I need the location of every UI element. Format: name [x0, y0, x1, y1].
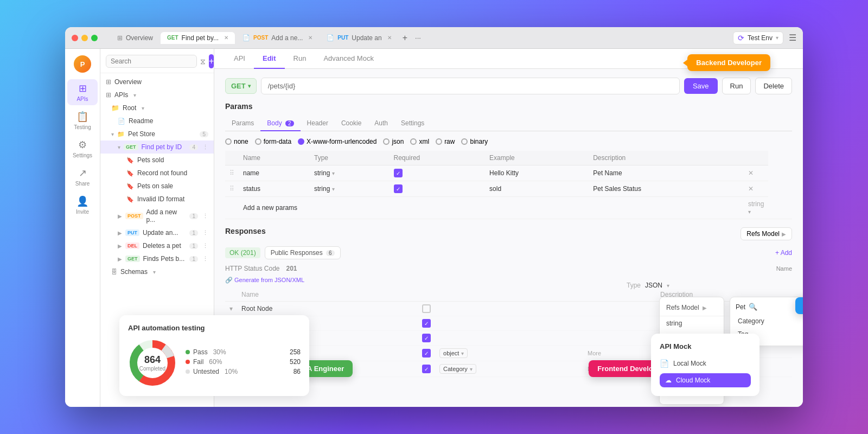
- body-tab-header[interactable]: Header: [301, 116, 335, 131]
- generate-json-link[interactable]: 🔗 Generate from JSON/XML: [225, 277, 792, 284]
- filter-button[interactable]: ⧖: [200, 54, 206, 68]
- nav-readme[interactable]: 📄 Readme: [100, 114, 214, 127]
- body-tab-settings[interactable]: Settings: [394, 116, 431, 131]
- delete-param-status-icon[interactable]: ✕: [748, 185, 754, 193]
- refs-item-string[interactable]: string: [660, 316, 724, 330]
- search-input[interactable]: [106, 55, 197, 68]
- tab-close-icon[interactable]: ✕: [224, 35, 228, 41]
- delete-param-name-icon[interactable]: ✕: [748, 169, 754, 177]
- tab-post-add[interactable]: 📄 POST Add a ne... ✕: [236, 32, 319, 44]
- resp-id-checkbox[interactable]: ✓: [422, 349, 431, 358]
- radio-binary[interactable]: binary: [461, 138, 488, 145]
- resp-category-checkbox[interactable]: ✓: [422, 365, 431, 373]
- nav-invalid-id[interactable]: 🔖 Invalid ID format: [100, 193, 214, 206]
- automation-body: 864 Completed Pass 30% 258 Fail 60% 520: [128, 339, 301, 387]
- minimize-button[interactable]: [81, 35, 88, 41]
- body-tab-cookie[interactable]: Cookie: [335, 116, 368, 131]
- resp-checkbox[interactable]: [422, 304, 431, 313]
- nav-pets-on-sale[interactable]: 🔖 Pets on sale: [100, 180, 214, 193]
- radio-urlencoded-circle: [298, 138, 304, 145]
- col-name: Name: [239, 151, 310, 165]
- add-button[interactable]: +: [209, 54, 214, 68]
- readme-icon: 📄: [118, 118, 125, 125]
- add-response-button[interactable]: + Add: [775, 249, 792, 257]
- resp-category-type[interactable]: Category ▾: [439, 364, 476, 374]
- method-selector[interactable]: GET ▾: [225, 78, 257, 94]
- resp-id-type[interactable]: object ▾: [439, 348, 468, 358]
- maximize-button[interactable]: [91, 35, 98, 41]
- add-tab-button[interactable]: +: [399, 33, 411, 43]
- body-tab-auth[interactable]: Auth: [368, 116, 394, 131]
- nav-put-update[interactable]: ▶ PUT Update an... 1 ⋮: [100, 226, 214, 239]
- nav-find-pet[interactable]: ▾ GET Find pet by ID 4 ⋮: [100, 141, 214, 154]
- resp-type-value: JSON: [645, 282, 662, 289]
- url-input[interactable]: [261, 78, 680, 94]
- param-type-new: string ▾: [748, 200, 764, 215]
- tab-post-close-icon[interactable]: ✕: [308, 35, 312, 41]
- refs-model-button[interactable]: Refs Model ▶: [741, 227, 792, 240]
- radio-xml[interactable]: xml: [410, 138, 429, 145]
- testing-label: Testing: [74, 124, 91, 130]
- drag-handle[interactable]: ⠿: [229, 169, 234, 177]
- avatar: P: [74, 55, 91, 73]
- radio-urlencoded[interactable]: X-www-form-urlencoded: [298, 138, 376, 145]
- radio-form-data[interactable]: form-data: [255, 138, 291, 145]
- save-button[interactable]: Save: [684, 78, 718, 94]
- nav-overview[interactable]: ⊞ Overview: [100, 75, 214, 88]
- response-meta: HTTP Status Code 201 Name: [225, 265, 792, 272]
- nav-root[interactable]: 📁 Root ▾: [100, 101, 214, 114]
- close-button[interactable]: [72, 35, 78, 41]
- sidebar-item-settings[interactable]: ⚙ Settings: [67, 136, 98, 162]
- drag-handle[interactable]: ⠿: [229, 185, 234, 193]
- nav-schemas[interactable]: 🗄 Schemas ▾: [100, 265, 214, 278]
- local-mock-item[interactable]: 📄 Local Mock: [660, 356, 751, 371]
- hamburger-button[interactable]: ☰: [789, 33, 796, 43]
- run-button[interactable]: Run: [722, 78, 751, 94]
- tab-api[interactable]: API: [225, 49, 254, 69]
- add-param-placeholder[interactable]: Add a new params: [239, 197, 744, 219]
- tab-get-find-pet[interactable]: GET Find pet by... ✕: [161, 32, 235, 44]
- env-chevron-icon: ▾: [776, 35, 778, 41]
- pet-item-category[interactable]: Category: [736, 315, 803, 327]
- tab-run[interactable]: Run: [285, 49, 315, 69]
- nav-apis[interactable]: ⊞ APIs ▾: [100, 88, 214, 101]
- mock-icon-invalid: 🔖: [126, 196, 134, 203]
- param-type-name[interactable]: string ▾: [314, 169, 335, 177]
- put-method-badge: PUT: [337, 35, 348, 41]
- expand-icon[interactable]: ▾: [229, 305, 233, 312]
- param-type-status[interactable]: string ▾: [314, 185, 335, 193]
- nav-record-not-found[interactable]: 🔖 Record not found: [100, 167, 214, 180]
- required-checkbox-status[interactable]: ✓: [394, 184, 403, 193]
- radio-json[interactable]: json: [383, 138, 404, 145]
- tab-put-close-icon[interactable]: ✕: [387, 35, 392, 41]
- nav-finds-pets[interactable]: ▶ GET Finds Pets b... 1 ⋮: [100, 252, 214, 265]
- tab-put-update[interactable]: 📄 PUT Update an ✕: [320, 32, 398, 44]
- tab-overview[interactable]: ⊞ Overview: [111, 32, 159, 44]
- sidebar-item-testing[interactable]: 📋 Testing: [67, 107, 98, 133]
- more-tabs-button[interactable]: ···: [412, 34, 424, 42]
- resp-code-checkbox[interactable]: ✓: [422, 319, 431, 328]
- sidebar-item-apis[interactable]: ⊞ APIs: [67, 79, 98, 105]
- nav-pets-sold[interactable]: 🔖 Pets sold: [100, 154, 214, 167]
- put-update-label: Update an...: [143, 229, 178, 237]
- nav-post-add[interactable]: ▶ POST Add a new p... 1 ⋮: [100, 206, 214, 226]
- body-tab-params[interactable]: Params: [225, 116, 260, 131]
- tab-edit[interactable]: Edit: [254, 49, 285, 69]
- nav-del-pet[interactable]: ▶ DEL Deletes a pet 1 ⋮: [100, 239, 214, 252]
- sidebar-item-invite[interactable]: 👤 Invite: [67, 192, 98, 218]
- nav-pet-store[interactable]: ▾ 📁 Pet Store 5: [100, 127, 214, 141]
- tab-advanced-mock[interactable]: Advanced Mock: [315, 49, 382, 69]
- settings-label: Settings: [73, 152, 92, 158]
- resp-id-more[interactable]: More: [588, 350, 601, 356]
- cloud-mock-item[interactable]: ☁ Cloud Mock: [660, 373, 751, 387]
- sidebar-item-share[interactable]: ↗ Share: [67, 164, 98, 190]
- body-tab-body[interactable]: Body 2: [260, 116, 300, 131]
- radio-none[interactable]: none: [225, 138, 248, 145]
- public-responses-button[interactable]: Public Responses 6: [265, 246, 341, 259]
- required-checkbox-name[interactable]: ✓: [394, 169, 403, 177]
- readme-label: Readme: [129, 117, 153, 125]
- resp-data-checkbox[interactable]: ✓: [422, 334, 431, 342]
- env-selector[interactable]: ⟳ Test Env ▾: [733, 31, 783, 44]
- radio-raw[interactable]: raw: [436, 138, 455, 145]
- delete-button[interactable]: Delete: [755, 78, 792, 94]
